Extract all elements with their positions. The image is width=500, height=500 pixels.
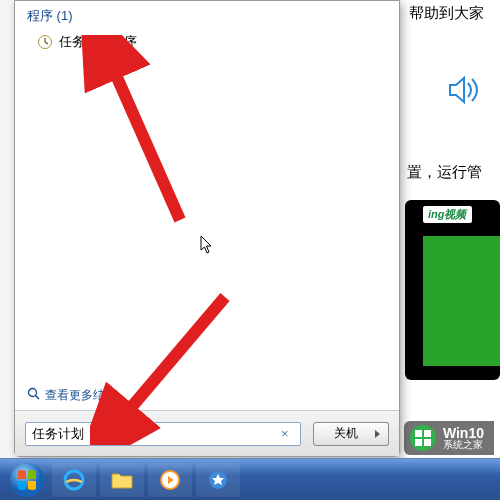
results-category: 程序 (1) <box>27 7 387 25</box>
see-more-label: 查看更多结果 <box>45 387 117 404</box>
svg-point-3 <box>29 389 37 397</box>
mouse-cursor <box>200 235 214 259</box>
svg-line-4 <box>36 396 40 400</box>
menu-item-label: 任务计划程序 <box>59 33 137 51</box>
svg-rect-13 <box>415 430 422 437</box>
watermark-subtitle: 系统之家 <box>443 440 484 450</box>
speaker-icon <box>448 75 486 109</box>
video-badge: ing视频 <box>423 206 472 223</box>
start-menu-footer: × 关机 <box>15 410 399 456</box>
background-page: 帮助到大家 置，运行管 ing视频 <box>401 0 500 457</box>
page-text: 置，运行管 <box>407 163 482 182</box>
svg-point-7 <box>10 463 44 497</box>
svg-rect-16 <box>424 439 431 446</box>
taskbar-item-explorer[interactable] <box>100 463 144 497</box>
watermark: Win10 系统之家 <box>404 421 494 455</box>
monitor-preview <box>405 200 500 380</box>
search-input[interactable] <box>25 422 301 446</box>
start-button[interactable] <box>6 459 48 501</box>
chevron-right-icon <box>375 430 380 438</box>
taskbar-item-ie[interactable] <box>52 463 96 497</box>
watermark-title: Win10 <box>443 426 484 440</box>
clear-search-icon[interactable]: × <box>281 426 295 440</box>
taskbar-item-media-player[interactable] <box>148 463 192 497</box>
taskbar-item-app[interactable] <box>196 463 240 497</box>
taskbar <box>0 458 500 500</box>
see-more-results[interactable]: 查看更多结果 <box>27 385 117 406</box>
svg-rect-15 <box>415 439 422 446</box>
windows-logo-icon <box>409 424 437 452</box>
menu-item-task-scheduler[interactable]: 任务计划程序 <box>27 31 387 53</box>
shutdown-options-button[interactable] <box>367 422 389 446</box>
svg-point-12 <box>410 425 436 451</box>
page-text: 帮助到大家 <box>409 4 484 23</box>
clock-icon <box>37 34 53 50</box>
start-menu: 程序 (1) 任务计划程序 查看更 <box>14 0 400 457</box>
svg-rect-14 <box>424 430 431 437</box>
magnifier-icon <box>27 387 41 404</box>
